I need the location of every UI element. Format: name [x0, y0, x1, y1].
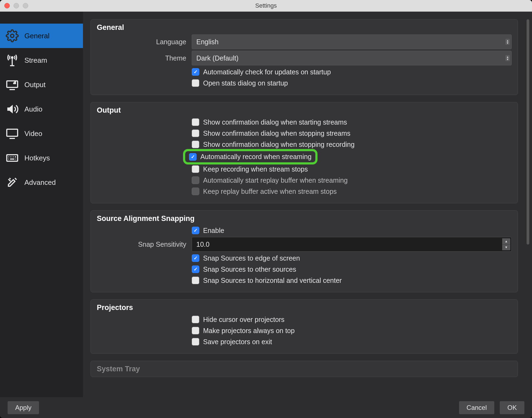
sidebar-item-label: Video	[24, 129, 42, 138]
confirm-stop-recording-label: Show confirmation dialog when stopping r…	[203, 141, 355, 148]
sidebar-item-label: Advanced	[24, 178, 56, 187]
snap-other-checkbox[interactable]	[192, 265, 199, 273]
sidebar-item-output[interactable]: Output	[0, 72, 83, 97]
ok-button[interactable]: OK	[500, 401, 524, 414]
antenna-icon	[5, 53, 20, 68]
panel-title: Source Alignment Snapping	[97, 214, 512, 223]
open-stats-checkbox[interactable]	[192, 79, 199, 87]
keep-rec-stream-stop-label: Keep recording when stream stops	[203, 165, 308, 173]
confirm-start-stream-checkbox[interactable]	[192, 118, 199, 126]
gear-icon	[5, 28, 20, 43]
sidebar-item-label: Output	[24, 81, 46, 89]
confirm-start-stream-label: Show confirmation dialog when starting s…	[203, 118, 347, 126]
auto-record-stream-label: Automatically record when streaming	[200, 153, 312, 161]
panel-title: General	[97, 23, 512, 32]
sidebar-item-general[interactable]: General	[0, 24, 83, 48]
sidebar-item-advanced[interactable]: Advanced	[0, 170, 83, 195]
panel-output: Output Show confirmation dialog when sta…	[91, 102, 518, 203]
panel-title: System Tray	[97, 365, 512, 373]
stepper-icon: ▲▼	[505, 55, 510, 61]
monitor-icon	[5, 126, 20, 141]
sidebar-item-label: General	[24, 32, 50, 40]
sidebar-item-audio[interactable]: Audio	[0, 97, 83, 121]
hide-cursor-checkbox[interactable]	[192, 316, 199, 323]
panel-general: General Language English ▲▼ Theme	[91, 19, 518, 95]
panel-snapping: Source Alignment Snapping Enable Snap Se…	[91, 210, 518, 292]
language-select[interactable]: English ▲▼	[192, 34, 512, 49]
sidebar-item-label: Audio	[24, 105, 43, 113]
sidebar-item-video[interactable]: Video	[0, 121, 83, 146]
auto-replay-buffer-label: Automatically start replay buffer when s…	[203, 176, 348, 184]
snap-sensitivity-value: 10.0	[196, 240, 210, 248]
highlighted-setting: Automatically record when streaming	[183, 149, 318, 164]
snap-edge-label: Snap Sources to edge of screen	[203, 254, 300, 262]
sidebar-item-stream[interactable]: Stream	[0, 48, 83, 72]
save-exit-checkbox[interactable]	[192, 338, 199, 346]
keyboard-icon	[5, 151, 20, 165]
language-value: English	[196, 38, 219, 46]
spinbox-stepper[interactable]: ▲▼	[502, 238, 510, 250]
check-updates-label: Automatically check for updates on start…	[203, 68, 331, 76]
svg-rect-4	[7, 155, 18, 161]
snap-center-checkbox[interactable]	[192, 277, 199, 284]
panel-title: Output	[97, 106, 512, 115]
keep-replay-buffer-label: Keep replay buffer active when stream st…	[203, 188, 337, 195]
always-top-label: Make projectors always on top	[203, 327, 295, 335]
snap-center-label: Snap Sources to horizontal and vertical …	[203, 277, 342, 284]
apply-button[interactable]: Apply	[8, 401, 39, 414]
output-icon	[5, 77, 20, 92]
hide-cursor-label: Hide cursor over projectors	[203, 316, 284, 324]
sidebar-item-hotkeys[interactable]: Hotkeys	[0, 146, 83, 170]
keep-replay-buffer-checkbox	[192, 188, 199, 195]
settings-window: Settings General Stream Output	[0, 0, 532, 418]
titlebar: Settings	[0, 0, 532, 12]
sidebar-item-label: Hotkeys	[24, 154, 50, 162]
language-label: Language	[97, 38, 192, 46]
theme-value: Dark (Default)	[196, 54, 239, 62]
snapping-enable-label: Enable	[203, 227, 224, 235]
auto-record-stream-checkbox[interactable]	[189, 153, 197, 161]
snap-edge-checkbox[interactable]	[192, 254, 199, 262]
snap-sensitivity-input[interactable]: 10.0 ▲▼	[192, 237, 512, 252]
snap-sensitivity-label: Snap Sensitivity	[97, 240, 192, 248]
sidebar-item-label: Stream	[24, 56, 47, 65]
auto-replay-buffer-checkbox	[192, 176, 199, 184]
confirm-stop-recording-checkbox[interactable]	[192, 141, 199, 148]
cancel-button[interactable]: Cancel	[459, 401, 495, 414]
theme-select[interactable]: Dark (Default) ▲▼	[192, 51, 512, 65]
speaker-icon	[5, 102, 20, 116]
snapping-enable-checkbox[interactable]	[192, 227, 199, 234]
check-updates-checkbox[interactable]	[192, 68, 199, 76]
stepper-icon: ▲▼	[505, 39, 510, 45]
svg-point-1	[11, 57, 13, 58]
always-top-checkbox[interactable]	[192, 327, 199, 334]
theme-label: Theme	[97, 54, 192, 62]
keep-rec-stream-stop-checkbox[interactable]	[192, 165, 199, 173]
panel-projectors: Projectors Hide cursor over projectors M…	[91, 299, 518, 354]
window-title: Settings	[0, 2, 532, 9]
tools-icon	[5, 175, 20, 190]
panel-system-tray: System Tray	[91, 361, 518, 377]
panel-title: Projectors	[97, 303, 512, 312]
settings-sidebar: General Stream Output Audio	[0, 12, 83, 397]
confirm-stop-stream-checkbox[interactable]	[192, 129, 199, 137]
svg-point-0	[11, 34, 14, 37]
confirm-stop-stream-label: Show confirmation dialog when stopping s…	[203, 129, 350, 137]
dialog-footer: Apply Cancel OK	[0, 397, 532, 418]
svg-rect-3	[7, 129, 18, 136]
save-exit-label: Save projectors on exit	[203, 338, 272, 346]
content-scrollbar[interactable]	[527, 19, 529, 245]
snap-other-label: Snap Sources to other sources	[203, 265, 296, 273]
settings-content: General Language English ▲▼ Theme	[91, 19, 524, 397]
open-stats-label: Open stats dialog on startup	[203, 79, 288, 87]
